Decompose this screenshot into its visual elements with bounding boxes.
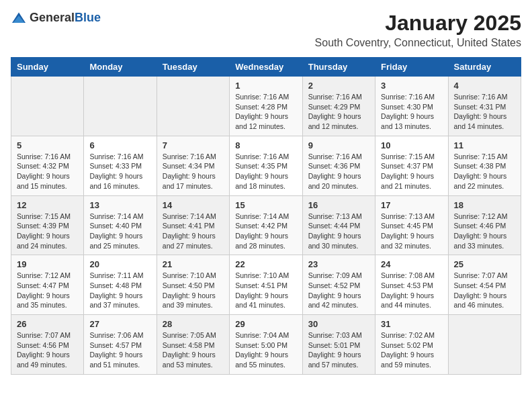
day-number: 10 [381,140,442,150]
cell-line: Sunset: 4:31 PM [454,103,506,111]
calendar-cell: 10Sunrise: 7:15 AMSunset: 4:37 PMDayligh… [375,136,448,195]
day-number: 13 [89,200,150,210]
cell-line: Sunrise: 7:14 AM [235,212,289,220]
week-row-4: 19Sunrise: 7:12 AMSunset: 4:47 PMDayligh… [11,255,521,315]
cell-content: Sunrise: 7:12 AMSunset: 4:47 PMDaylight:… [17,271,78,310]
calendar-cell: 8Sunrise: 7:16 AMSunset: 4:35 PMDaylight… [230,136,302,195]
cell-line: and 37 minutes. [89,301,140,309]
calendar-cell: 24Sunrise: 7:08 AMSunset: 4:53 PMDayligh… [375,255,448,315]
day-number: 22 [235,259,296,269]
calendar-cell: 6Sunrise: 7:16 AMSunset: 4:33 PMDaylight… [84,136,157,195]
day-number: 3 [381,81,442,91]
cell-content: Sunrise: 7:16 AMSunset: 4:30 PMDaylight:… [381,92,442,132]
cell-line: Daylight: 9 hours [454,172,507,180]
calendar-cell: 15Sunrise: 7:14 AMSunset: 4:42 PMDayligh… [230,195,302,255]
cell-line: Daylight: 9 hours [381,351,434,359]
cell-content: Sunrise: 7:14 AMSunset: 4:41 PMDaylight:… [163,212,224,251]
cell-line: Sunset: 4:50 PM [163,281,215,289]
cell-content: Sunrise: 7:13 AMSunset: 4:44 PMDaylight:… [308,212,369,251]
cell-line: Daylight: 9 hours [17,172,70,180]
day-number: 12 [17,200,78,210]
cell-line: Sunset: 5:02 PM [381,341,433,349]
weekday-header-friday: Friday [375,58,448,77]
cell-line: Daylight: 9 hours [235,351,288,359]
day-number: 18 [454,200,515,210]
cell-line: Daylight: 9 hours [17,232,70,240]
cell-line: Sunrise: 7:13 AM [381,212,435,220]
cell-line: Daylight: 9 hours [381,172,434,180]
weekday-header-monday: Monday [84,58,157,77]
cell-content: Sunrise: 7:09 AMSunset: 4:52 PMDaylight:… [308,271,369,310]
cell-line: and 21 minutes. [381,182,431,190]
week-row-2: 5Sunrise: 7:16 AMSunset: 4:32 PMDaylight… [11,136,521,195]
calendar-cell: 5Sunrise: 7:16 AMSunset: 4:32 PMDaylight… [11,136,84,195]
calendar-cell: 20Sunrise: 7:11 AMSunset: 4:48 PMDayligh… [84,255,157,315]
cell-content: Sunrise: 7:04 AMSunset: 5:00 PMDaylight:… [235,330,296,370]
cell-line: Sunset: 4:40 PM [89,222,142,230]
cell-content: Sunrise: 7:08 AMSunset: 4:53 PMDaylight:… [381,271,442,310]
day-number: 5 [17,140,78,150]
day-number: 27 [89,319,150,329]
calendar-cell: 14Sunrise: 7:14 AMSunset: 4:41 PMDayligh… [157,195,229,255]
cell-line: Sunset: 4:36 PM [308,162,361,170]
calendar-cell: 30Sunrise: 7:03 AMSunset: 5:01 PMDayligh… [302,315,375,375]
cell-line: Sunset: 5:01 PM [308,341,361,349]
cell-content: Sunrise: 7:05 AMSunset: 4:58 PMDaylight:… [163,330,224,370]
weekday-header-thursday: Thursday [302,58,375,77]
cell-line: and 17 minutes. [163,182,213,190]
cell-line: Sunrise: 7:16 AM [381,93,435,101]
cell-line: and 15 minutes. [17,182,67,190]
cell-line: Daylight: 9 hours [89,351,142,359]
cell-line: Sunset: 4:47 PM [17,281,69,289]
cell-line: and 39 minutes. [163,301,213,309]
cell-line: Daylight: 9 hours [308,172,361,180]
day-number: 6 [89,140,150,150]
cell-line: and 33 minutes. [454,242,504,250]
calendar-cell: 19Sunrise: 7:12 AMSunset: 4:47 PMDayligh… [11,255,84,315]
cell-content: Sunrise: 7:16 AMSunset: 4:31 PMDaylight:… [454,92,515,132]
cell-line: and 14 minutes. [454,122,504,130]
cell-line: Sunset: 4:29 PM [308,103,361,111]
cell-line: and 32 minutes. [381,242,431,250]
cell-line: Daylight: 9 hours [17,291,70,300]
calendar-cell: 22Sunrise: 7:10 AMSunset: 4:51 PMDayligh… [230,255,302,315]
cell-line: Sunset: 4:30 PM [381,103,433,111]
cell-line: Sunrise: 7:15 AM [17,212,71,220]
cell-line: Daylight: 9 hours [308,112,361,120]
cell-line: Daylight: 9 hours [235,172,288,180]
day-number: 29 [235,319,296,329]
cell-line: Sunrise: 7:05 AM [163,331,216,339]
calendar-cell: 4Sunrise: 7:16 AMSunset: 4:31 PMDaylight… [448,77,521,136]
cell-content: Sunrise: 7:15 AMSunset: 4:38 PMDaylight:… [454,152,515,191]
cell-line: Daylight: 9 hours [381,232,434,240]
cell-line: Sunrise: 7:16 AM [308,152,362,161]
calendar-cell: 18Sunrise: 7:12 AMSunset: 4:46 PMDayligh… [448,195,521,255]
cell-content: Sunrise: 7:07 AMSunset: 4:56 PMDaylight:… [17,330,78,370]
cell-line: Sunset: 4:39 PM [17,222,69,230]
cell-line: and 41 minutes. [235,301,285,309]
day-number: 25 [454,259,515,269]
cell-line: Sunrise: 7:15 AM [381,152,435,161]
cell-line: Sunrise: 7:16 AM [454,93,508,101]
calendar-cell [11,77,84,136]
cell-line: Sunset: 4:33 PM [89,162,142,170]
cell-line: and 59 minutes. [381,361,431,369]
cell-line: Sunset: 4:52 PM [308,281,361,289]
cell-line: Sunrise: 7:10 AM [235,271,289,279]
calendar-cell: 7Sunrise: 7:16 AMSunset: 4:34 PMDaylight… [157,136,229,195]
cell-line: and 55 minutes. [235,361,285,369]
cell-line: Daylight: 9 hours [89,172,142,180]
day-number: 19 [17,259,78,269]
week-row-5: 26Sunrise: 7:07 AMSunset: 4:56 PMDayligh… [11,315,521,375]
week-row-1: 1Sunrise: 7:16 AMSunset: 4:28 PMDaylight… [11,77,521,136]
calendar-cell: 25Sunrise: 7:07 AMSunset: 4:54 PMDayligh… [448,255,521,315]
cell-line: and 51 minutes. [89,361,140,369]
cell-content: Sunrise: 7:14 AMSunset: 4:42 PMDaylight:… [235,212,296,251]
weekday-header-wednesday: Wednesday [230,58,302,77]
cell-content: Sunrise: 7:16 AMSunset: 4:33 PMDaylight:… [89,152,150,191]
cell-line: Sunset: 4:38 PM [454,162,506,170]
cell-line: and 27 minutes. [163,242,213,250]
day-number: 7 [163,140,224,150]
cell-line: and 12 minutes. [308,122,359,130]
cell-line: Daylight: 9 hours [454,291,507,300]
